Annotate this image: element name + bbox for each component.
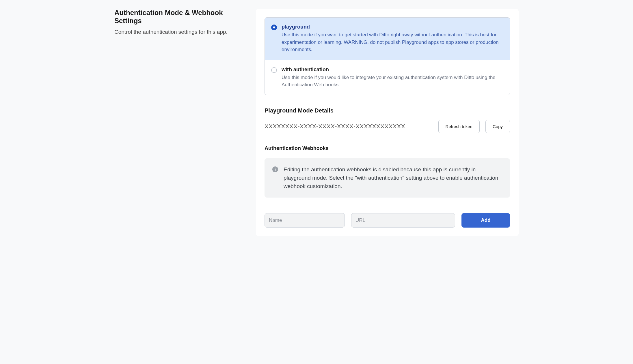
webhooks-disabled-text: Editing the authentication webhooks is d… [284,165,502,191]
radio-withauth-title: with authentication [282,67,503,73]
settings-card: playground Use this mode if you want to … [256,9,519,236]
webhook-name-input[interactable] [265,213,345,228]
radio-playground-description: Use this mode if you want to get started… [282,31,503,53]
radio-unselected-icon [271,67,277,73]
radio-option-with-authentication[interactable]: with authentication Use this mode if you… [265,60,510,95]
add-webhook-button[interactable]: Add [461,213,510,228]
radio-option-playground[interactable]: playground Use this mode if you want to … [265,18,510,60]
page-description: Control the authentication settings for … [114,29,241,35]
refresh-token-button[interactable]: Refresh token [438,120,480,133]
auth-mode-radio-group: playground Use this mode if you want to … [265,17,510,95]
radio-playground-title: playground [282,24,503,30]
radio-withauth-description: Use this mode if you would like to integ… [282,74,503,89]
webhook-form: Add [265,213,510,228]
svg-point-1 [275,168,276,168]
playground-details-heading: Playground Mode Details [265,107,510,114]
svg-rect-2 [275,169,276,171]
page-title: Authentication Mode & Webhook Settings [114,9,241,25]
webhook-url-input[interactable] [351,213,455,228]
webhooks-heading: Authentication Webhooks [265,145,510,151]
radio-selected-icon [271,25,277,30]
copy-token-button[interactable]: Copy [485,120,510,133]
webhooks-disabled-banner: Editing the authentication webhooks is d… [265,158,510,198]
token-value: XXXXXXXX-XXXX-XXXX-XXXX-XXXXXXXXXXXX [265,123,405,130]
info-icon [272,166,278,172]
